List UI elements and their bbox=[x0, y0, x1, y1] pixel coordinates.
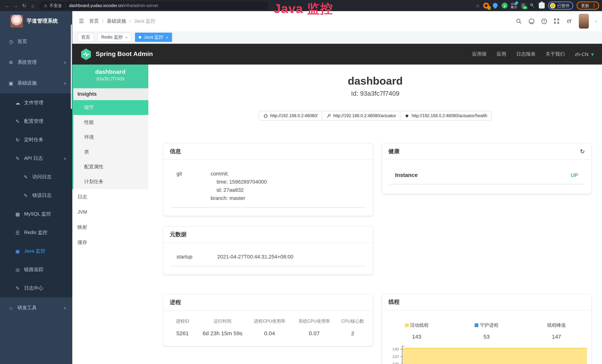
sba-nav-links: 应用墙 应用 日志报表 关于我们 zh-CN ∨ bbox=[472, 51, 594, 57]
sba-nav-journal[interactable]: 日志报表 bbox=[516, 51, 536, 57]
info-card: 信息 git commit: time: 1596289704000 id: 2… bbox=[163, 143, 373, 216]
sidebar-item-dev-tools[interactable]: ⌂ 研发工具 ∨ bbox=[0, 298, 72, 318]
sidebar-item-tracing[interactable]: ◎ 链路追踪 bbox=[0, 260, 72, 279]
extension-switch-icon[interactable]: on bbox=[520, 3, 526, 9]
search-icon[interactable] bbox=[516, 18, 522, 24]
sba-menu-metrics[interactable]: 性能 bbox=[74, 115, 148, 130]
thread-stats-labels: 活动线程 守护进程 线程峰值 bbox=[382, 322, 591, 329]
sba-nav-about[interactable]: 关于我们 bbox=[546, 51, 565, 57]
sba-menu-environment[interactable]: 环境 bbox=[74, 130, 148, 145]
actuator-url-button[interactable]: http://192.168.0.2:48080/actuator bbox=[322, 111, 400, 120]
extension-colorzilla-icon[interactable]: 1 bbox=[483, 3, 489, 9]
github-icon[interactable] bbox=[528, 18, 535, 24]
sba-menu-mappings[interactable]: 映射 bbox=[72, 220, 148, 235]
admin-sidebar: 芋道管理系统 ◷ 首页 ⚙ 系统管理 ∨ ▣ 基础设施 ∧ ☁ 文件管理 bbox=[0, 11, 72, 364]
live-threads-area-series bbox=[402, 348, 587, 364]
sidebar-item-infrastructure[interactable]: ▣ 基础设施 ∧ bbox=[0, 73, 72, 94]
edit-icon: ✎ bbox=[23, 193, 29, 198]
health-url-button[interactable]: http://192.168.0.2:48080/actuator/health bbox=[400, 111, 492, 120]
instance-name: dashboard bbox=[72, 69, 148, 75]
sba-menu-details[interactable]: 细节 bbox=[74, 100, 148, 115]
status-badge: UP bbox=[571, 172, 578, 178]
sba-nav-wallboard[interactable]: 应用墙 bbox=[472, 51, 486, 57]
not-secure-label[interactable]: 不安全 bbox=[49, 3, 62, 8]
extension-y-icon[interactable]: y bbox=[502, 3, 508, 9]
threads-card-title: 线程 bbox=[382, 294, 591, 310]
sba-locale-select[interactable]: zh-CN ∨ bbox=[575, 51, 594, 57]
sidebar-item-file-management[interactable]: ☁ 文件管理 bbox=[0, 94, 72, 112]
sba-instance-header[interactable]: dashboard 93a3fc7f7409 bbox=[72, 64, 148, 88]
process-card-title: 进程 bbox=[163, 294, 373, 311]
user-avatar[interactable] bbox=[579, 14, 589, 29]
sidebar-item-java-monitor[interactable]: ▣ Java 监控 bbox=[0, 242, 72, 260]
chevron-down-icon: ∨ bbox=[64, 306, 66, 310]
breadcrumb: 首页 / 基础设施 / Java 监控 bbox=[89, 18, 155, 24]
legend-live-icon bbox=[405, 323, 409, 327]
browser-update-button[interactable]: 更新 ⋮ bbox=[577, 1, 599, 10]
breadcrumb-infrastructure[interactable]: 基础设施 bbox=[107, 18, 126, 24]
browser-back-icon[interactable]: ← bbox=[3, 3, 11, 8]
help-icon[interactable]: ? bbox=[541, 18, 547, 24]
sba-menu-caches[interactable]: 缓存 bbox=[72, 235, 148, 250]
spring-boot-admin-logo-icon[interactable] bbox=[80, 48, 92, 60]
sidebar-item-log-center[interactable]: ✎ 日志中心 bbox=[0, 279, 72, 298]
browser-profile-chip[interactable]: ☺ 已暂停 bbox=[548, 1, 573, 10]
screenshot-root: ← → ↻ ⌂ ⚠ 不安全 dashboard.yudao.iocoder.cn… bbox=[0, 0, 602, 364]
sidebar-item-error-logs[interactable]: ✎ 错误日志 bbox=[0, 186, 72, 205]
database-grid-icon: ▦ bbox=[15, 211, 20, 217]
sba-brand-title[interactable]: Spring Boot Admin bbox=[96, 50, 153, 58]
user-menu-caret-icon[interactable]: ▾ bbox=[595, 19, 597, 23]
text-size-icon[interactable]: tT bbox=[566, 18, 572, 24]
sidebar-item-access-logs[interactable]: ✎ 访问日志 bbox=[0, 168, 72, 186]
close-icon[interactable]: × bbox=[125, 35, 128, 40]
info-value: commit: time: 1596289704000 id: 27aa832 … bbox=[211, 170, 366, 202]
git-commit-time: time: 1596289704000 bbox=[211, 178, 366, 186]
sba-menu-logs[interactable]: 日志 bbox=[72, 189, 148, 204]
sidebar-item-api-logs[interactable]: ✎ API 日志 ∧ bbox=[0, 149, 72, 168]
monitor-icon: ▣ bbox=[15, 248, 20, 254]
sidebar-item-mysql-monitor[interactable]: ▦ MySQL 监控 bbox=[0, 205, 72, 223]
app-logo-row[interactable]: 芋道管理系统 bbox=[0, 11, 72, 31]
breadcrumb-home[interactable]: 首页 bbox=[89, 18, 99, 24]
close-icon[interactable]: × bbox=[166, 35, 168, 40]
sidebar-scrollbar-thumb[interactable] bbox=[71, 24, 72, 109]
sba-nav-applications[interactable]: 应用 bbox=[496, 51, 506, 57]
tab-java-monitor[interactable]: Java 监控× bbox=[135, 33, 172, 42]
process-table-headers: 进程ID 运行时间 进程CPU使用率 系统CPU使用率 CPU核心数 bbox=[167, 318, 369, 324]
browser-forward-icon[interactable]: → bbox=[11, 3, 20, 8]
sidebar-item-config-management[interactable]: ✎ 配置管理 bbox=[0, 112, 72, 130]
hamburger-icon[interactable]: ☰ bbox=[75, 18, 88, 24]
bookmark-star-icon[interactable]: ☆ bbox=[475, 3, 480, 8]
sidebar-item-label: 首页 bbox=[17, 38, 27, 45]
browser-reload-icon[interactable]: ↻ bbox=[20, 3, 29, 8]
browser-menu-kebab-icon[interactable]: ⋮ bbox=[592, 3, 596, 8]
sidebar-item-redis-monitor[interactable]: ☰ Redis 监控 bbox=[0, 223, 72, 242]
history-icon[interactable]: ↺ bbox=[580, 148, 585, 155]
edit-icon: ✎ bbox=[23, 174, 29, 180]
tab-label: Java 监控 bbox=[144, 34, 163, 40]
sba-menu-scheduled-tasks[interactable]: 计划任务 bbox=[74, 174, 148, 189]
tab-home[interactable]: 首页 bbox=[77, 33, 94, 42]
extensions-puzzle-icon[interactable] bbox=[539, 3, 545, 9]
sidebar-item-system-management[interactable]: ⚙ 系统管理 ∨ bbox=[0, 52, 72, 73]
sidebar-item-home[interactable]: ◷ 首页 bbox=[0, 31, 72, 52]
extension-lens-icon[interactable] bbox=[529, 3, 536, 9]
chevron-down-icon: ∨ bbox=[64, 60, 66, 64]
page-url[interactable]: dashboard.yudao.iocoder.cn/infra/admin-s… bbox=[69, 3, 158, 8]
browser-home-icon[interactable]: ⌂ bbox=[29, 3, 37, 8]
extension-grid-icon[interactable] bbox=[511, 3, 517, 9]
sba-menu-classes[interactable]: 类 bbox=[74, 145, 148, 160]
threads-card: 线程 活动线程 守护进程 线程峰值 143 53 147 bbox=[382, 294, 591, 364]
extension-pin-icon[interactable] bbox=[493, 3, 498, 9]
instance-url-buttons: http://192.168.0.2:48080/ http://192.168… bbox=[148, 111, 602, 120]
col-header-system-cpu: 系统CPU使用率 bbox=[292, 318, 336, 324]
sba-menu-config-props[interactable]: 配置属性 bbox=[74, 160, 148, 174]
infrastructure-submenu: ☁ 文件管理 ✎ 配置管理 ↻ 定时任务 ✎ API 日志 ∧ ✎ bbox=[0, 94, 72, 298]
fullscreen-icon[interactable] bbox=[554, 18, 560, 24]
sidebar-item-scheduled-tasks[interactable]: ↻ 定时任务 bbox=[0, 130, 72, 149]
app-title: 芋道管理系统 bbox=[27, 18, 58, 24]
sba-menu-jvm[interactable]: JVM bbox=[72, 204, 148, 220]
tab-redis-monitor[interactable]: Redis 监控× bbox=[97, 33, 131, 42]
address-bar[interactable]: ⚠ 不安全 dashboard.yudao.iocoder.cn/infra/a… bbox=[39, 1, 269, 10]
service-url-button[interactable]: http://192.168.0.2:48080/ bbox=[259, 111, 322, 120]
